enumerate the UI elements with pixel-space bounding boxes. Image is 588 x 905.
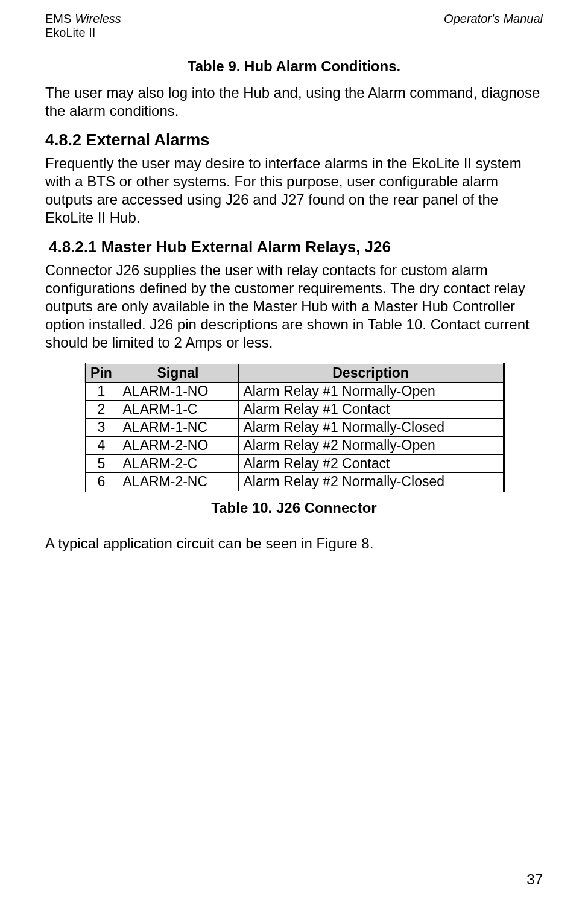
cell-signal: ALARM-1-C — [118, 401, 238, 419]
paragraph-3: Connector J26 supplies the user with rel… — [45, 261, 543, 352]
cell-signal: ALARM-1-NC — [118, 419, 238, 437]
cell-description: Alarm Relay #2 Contact — [238, 455, 504, 473]
table9-caption: Table 9. Hub Alarm Conditions. — [45, 58, 543, 75]
cell-signal: ALARM-2-NC — [118, 473, 238, 492]
th-signal: Signal — [118, 364, 238, 383]
cell-description: Alarm Relay #2 Normally-Open — [238, 437, 504, 455]
cell-signal: ALARM-1-NO — [118, 383, 238, 401]
cell-description: Alarm Relay #1 Normally-Open — [238, 383, 504, 401]
header-right: Operator's Manual — [444, 12, 543, 40]
header-left-line1: EMS Wireless — [45, 12, 121, 26]
paragraph-1: The user may also log into the Hub and, … — [45, 84, 543, 120]
paragraph-4: A typical application circuit can be see… — [45, 535, 543, 553]
cell-signal: ALARM-2-C — [118, 455, 238, 473]
table-row: 1 ALARM-1-NO Alarm Relay #1 Normally-Ope… — [84, 383, 504, 401]
header-ems: EMS — [45, 12, 71, 26]
table-header-row: Pin Signal Description — [84, 364, 504, 383]
cell-pin: 2 — [84, 401, 118, 419]
page-header: EMS Wireless EkoLite II Operator's Manua… — [45, 12, 543, 40]
header-left: EMS Wireless EkoLite II — [45, 12, 121, 40]
cell-description: Alarm Relay #2 Normally-Closed — [238, 473, 504, 492]
header-ekolite: EkoLite II — [45, 26, 121, 40]
page-number: 37 — [526, 871, 543, 888]
cell-pin: 1 — [84, 383, 118, 401]
table-row: 6 ALARM-2-NC Alarm Relay #2 Normally-Clo… — [84, 473, 504, 492]
table-row: 3 ALARM-1-NC Alarm Relay #1 Normally-Clo… — [84, 419, 504, 437]
section-482-heading: 4.8.2 External Alarms — [45, 131, 543, 150]
section-4821-heading: 4.8.2.1 Master Hub External Alarm Relays… — [49, 238, 543, 256]
cell-pin: 3 — [84, 419, 118, 437]
table-j26-connector: Pin Signal Description 1 ALARM-1-NO Alar… — [84, 363, 505, 492]
paragraph-2: Frequently the user may desire to interf… — [45, 154, 543, 227]
th-pin: Pin — [84, 364, 118, 383]
table-row: 5 ALARM-2-C Alarm Relay #2 Contact — [84, 455, 504, 473]
th-description: Description — [238, 364, 504, 383]
cell-description: Alarm Relay #1 Normally-Closed — [238, 419, 504, 437]
cell-pin: 4 — [84, 437, 118, 455]
table-row: 4 ALARM-2-NO Alarm Relay #2 Normally-Ope… — [84, 437, 504, 455]
header-wireless: Wireless — [75, 12, 121, 26]
cell-description: Alarm Relay #1 Contact — [238, 401, 504, 419]
cell-signal: ALARM-2-NO — [118, 437, 238, 455]
cell-pin: 6 — [84, 473, 118, 492]
table-row: 2 ALARM-1-C Alarm Relay #1 Contact — [84, 401, 504, 419]
cell-pin: 5 — [84, 455, 118, 473]
table10-caption: Table 10. J26 Connector — [45, 500, 543, 516]
